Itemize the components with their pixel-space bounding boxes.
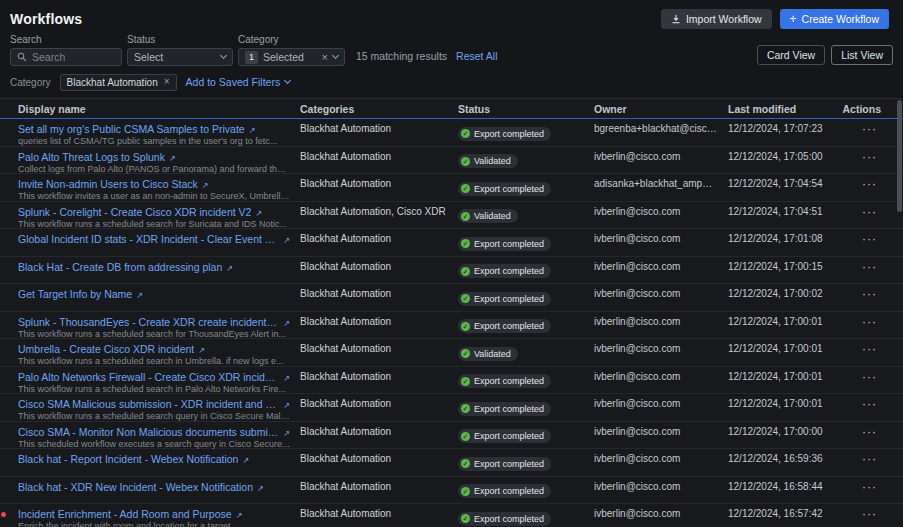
workflow-categories: Blackhat Automation, Cisco XDR <box>300 202 458 217</box>
workflow-categories: Blackhat Automation <box>300 477 458 492</box>
check-icon: ✓ <box>461 267 470 276</box>
category-label: Category <box>238 34 345 45</box>
row-actions-button[interactable]: ··· <box>856 450 883 468</box>
external-link-icon: ↗ <box>283 401 290 410</box>
status-badge: ✓ Export completed <box>458 182 551 196</box>
check-icon: ✓ <box>461 184 470 193</box>
row-actions-button[interactable]: ··· <box>856 505 883 523</box>
external-link-icon: ↗ <box>198 346 205 355</box>
last-modified: 12/12/2024, 16:58:44 <box>728 477 840 492</box>
check-icon: ✓ <box>461 294 470 303</box>
workflow-status-cell: ✓ Export completed <box>458 504 594 526</box>
workflow-name-cell: Get Target Info by Name ↗ <box>10 284 300 300</box>
last-modified: 12/12/2024, 17:05:00 <box>728 147 840 162</box>
reset-all-link[interactable]: Reset All <box>456 50 497 62</box>
list-view-button[interactable]: List View <box>831 45 893 65</box>
row-actions-button[interactable]: ··· <box>856 478 883 496</box>
workflow-link[interactable]: Get Target Info by Name <box>18 288 132 300</box>
row-actions-button[interactable]: ··· <box>856 175 883 193</box>
category-chip[interactable]: Blackhat Automation × <box>60 74 177 91</box>
status-label: Validated <box>474 349 511 359</box>
col-header-status: Status <box>458 103 594 115</box>
workflow-link[interactable]: Cisco SMA Malicious submission - XDR inc… <box>18 398 279 410</box>
import-workflow-button[interactable]: Import Workflow <box>661 9 772 29</box>
workflow-description: Collect logs from Palo Alto (PANOS or Pa… <box>18 164 290 174</box>
external-link-icon: ↗ <box>202 181 209 190</box>
workflow-link[interactable]: Incident Enrichment - Add Room and Purpo… <box>18 508 232 520</box>
workflow-link[interactable]: Set all my org's Public CSMA Samples to … <box>18 123 245 135</box>
last-modified: 12/12/2024, 17:07:23 <box>728 119 840 134</box>
status-badge: ✓ Export completed <box>458 264 551 278</box>
workflow-categories: Blackhat Automation <box>300 449 458 464</box>
status-select[interactable]: Select <box>127 48 233 66</box>
last-modified: 12/12/2024, 16:59:36 <box>728 449 840 464</box>
external-link-icon: ↗ <box>249 126 256 135</box>
workflow-link[interactable]: Palo Alto Threat Logs to Splunk <box>18 151 165 163</box>
workflow-link[interactable]: Umbrella - Create Cisco XDR incident <box>18 343 194 355</box>
workflow-status-cell: ✓ Validated <box>458 202 594 224</box>
workflow-link[interactable]: Black hat - Report Incident - Webex Noti… <box>18 453 238 465</box>
workflow-link[interactable]: Global Incident ID stats - XDR Incident … <box>18 233 279 245</box>
workflow-link[interactable]: Palo Alto Networks Firewall - Create Cis… <box>18 371 279 383</box>
clear-category-icon[interactable]: × <box>322 52 328 63</box>
external-link-icon: ↗ <box>226 264 233 273</box>
workflow-actions-cell: ··· <box>840 147 885 166</box>
row-actions-button[interactable]: ··· <box>856 148 883 166</box>
workflow-link[interactable]: Splunk - Corelight - Create Cisco XDR in… <box>18 206 251 218</box>
workflow-name-cell: Cisco SMA - Monitor Non Malicious docume… <box>10 422 300 449</box>
workflow-name-cell: Invite Non-admin Users to Cisco Stack ↗ … <box>10 174 300 201</box>
status-label: Export completed <box>474 486 544 496</box>
applied-filters-bar: Category Blackhat Automation × Add to Sa… <box>0 73 903 91</box>
external-link-icon: ↗ <box>236 511 243 520</box>
workflow-name-cell: Incident Enrichment - Add Room and Purpo… <box>10 504 300 527</box>
table-row: Splunk - Corelight - Create Cisco XDR in… <box>0 202 903 230</box>
workflow-categories: Blackhat Automation <box>300 174 458 189</box>
row-actions-button[interactable]: ··· <box>856 285 883 303</box>
check-icon: ✓ <box>461 432 470 441</box>
workflow-link[interactable]: Cisco SMA - Monitor Non Malicious docume… <box>18 426 279 438</box>
workflow-actions-cell: ··· <box>840 312 885 331</box>
check-icon: ✓ <box>461 514 470 523</box>
workflow-link[interactable]: Invite Non-admin Users to Cisco Stack <box>18 178 198 190</box>
unread-marker-icon <box>1 512 6 517</box>
row-actions-button[interactable]: ··· <box>856 203 883 221</box>
scrollbar-thumb[interactable] <box>897 100 902 212</box>
status-badge: ✓ Export completed <box>458 402 551 416</box>
table-row: Incident Enrichment - Add Room and Purpo… <box>0 504 903 527</box>
create-workflow-button[interactable]: + Create Workflow <box>780 9 889 29</box>
status-badge: ✓ Export completed <box>458 429 551 443</box>
row-actions-button[interactable]: ··· <box>856 395 883 413</box>
workflow-link[interactable]: Black Hat - Create DB from addressing pl… <box>18 261 222 273</box>
workflow-name-cell: Umbrella - Create Cisco XDR incident ↗ T… <box>10 339 300 366</box>
last-modified: 12/12/2024, 17:00:01 <box>728 339 840 354</box>
row-actions-button[interactable]: ··· <box>856 258 883 276</box>
workflow-link[interactable]: Black hat - XDR New Incident - Webex Not… <box>18 481 253 493</box>
external-link-icon: ↗ <box>283 429 290 438</box>
add-to-saved-filters-link[interactable]: Add to Saved Filters <box>186 76 291 88</box>
workflow-categories: Blackhat Automation <box>300 284 458 299</box>
check-icon: ✓ <box>461 404 470 413</box>
row-actions-button[interactable]: ··· <box>856 313 883 331</box>
card-view-button[interactable]: Card View <box>757 45 825 65</box>
table-row: Splunk - ThousandEyes - Create XDR creat… <box>0 312 903 340</box>
workflow-name-cell: Splunk - ThousandEyes - Create XDR creat… <box>10 312 300 339</box>
row-actions-button[interactable]: ··· <box>856 230 883 248</box>
workflow-actions-cell: ··· <box>840 477 885 496</box>
workflow-owner: ivberlin@cisco.com <box>594 477 728 492</box>
workflow-link[interactable]: Splunk - ThousandEyes - Create XDR creat… <box>18 316 279 328</box>
last-modified: 12/12/2024, 17:00:01 <box>728 312 840 327</box>
workflow-owner: ivberlin@cisco.com <box>594 422 728 437</box>
status-label: Status <box>127 34 233 45</box>
page-title: Workflows <box>10 11 82 27</box>
workflow-description: This workflow runs a scheduled search in… <box>18 384 290 394</box>
workflows-table: Display name Categories Status Owner Las… <box>0 98 903 527</box>
category-select[interactable]: 1 Selected × <box>238 48 345 66</box>
remove-chip-icon[interactable]: × <box>164 77 170 87</box>
row-actions-button[interactable]: ··· <box>856 423 883 441</box>
workflow-description: This workflow invites a user as an non-a… <box>18 191 290 201</box>
row-actions-button[interactable]: ··· <box>856 340 883 358</box>
workflow-name-cell: Black Hat - Create DB from addressing pl… <box>10 257 300 273</box>
search-input[interactable] <box>32 51 112 63</box>
row-actions-button[interactable]: ··· <box>856 368 883 386</box>
row-actions-button[interactable]: ··· <box>856 120 883 138</box>
